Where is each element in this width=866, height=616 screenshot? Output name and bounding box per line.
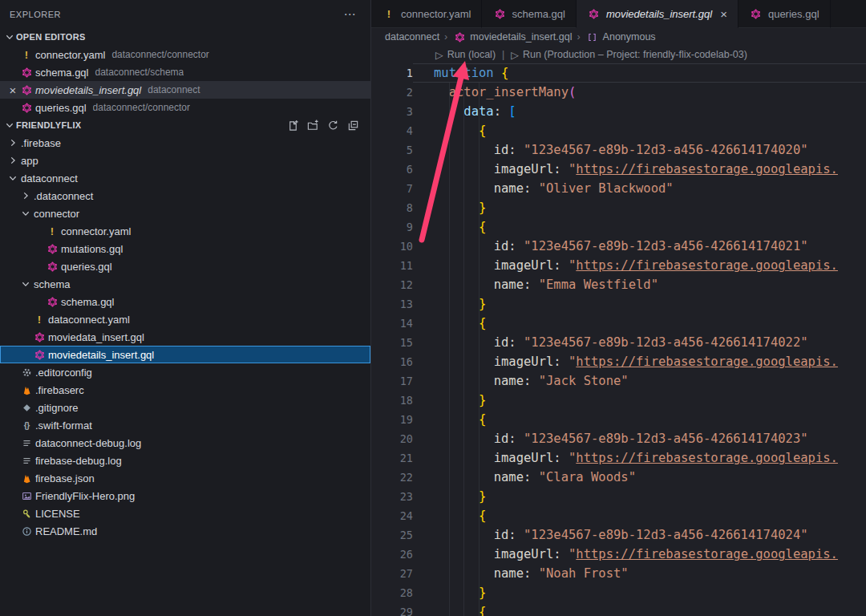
code-line-18[interactable]: 18 } — [371, 391, 866, 410]
folder-app[interactable]: app — [0, 152, 370, 169]
line-number: 1 — [371, 63, 413, 83]
code-line-26[interactable]: 26 imageUrl: "https://firebasestorage.go… — [371, 545, 866, 564]
code-line-22[interactable]: 22 name: "Clara Woods" — [371, 468, 866, 487]
new-folder-icon[interactable] — [306, 119, 319, 132]
tree-item-label: .firebase — [21, 137, 61, 149]
open-editor-label: schema.gql — [35, 67, 88, 79]
close-editor-icon[interactable]: × — [6, 84, 19, 96]
folder-connector[interactable]: connector — [0, 205, 370, 222]
file-.firebaserc[interactable]: .firebaserc — [0, 381, 370, 399]
open-editors-section-header[interactable]: OPEN EDITORS — [0, 28, 370, 46]
graphql-icon — [19, 103, 34, 113]
file-README.md[interactable]: README.md — [0, 522, 370, 540]
vscode-window: EXPLORER ⋯ OPEN EDITORS !connector.yamld… — [0, 0, 866, 616]
tree-item-label: connector — [34, 208, 79, 220]
code-line-10[interactable]: 10 id: "123e4567-e89b-12d3-a456-42661417… — [371, 237, 866, 256]
code-line-17[interactable]: 17 name: "Jack Stone" — [371, 371, 866, 391]
graphql-icon — [19, 85, 34, 95]
code-line-21[interactable]: 21 imageUrl: "https://firebasestorage.go… — [371, 448, 866, 468]
refresh-icon[interactable] — [326, 119, 339, 132]
code-line-11[interactable]: 11 imageUrl: "https://firebasestorage.go… — [371, 256, 866, 275]
folder-.dataconnect[interactable]: .dataconnect — [0, 187, 370, 205]
code-line-15[interactable]: 15 id: "123e4567-e89b-12d3-a456-42661417… — [371, 333, 866, 352]
code-line-8[interactable]: 8 } — [371, 198, 866, 217]
line-number: 16 — [371, 352, 413, 371]
collapse-all-icon[interactable] — [346, 119, 359, 132]
play-icon: ▷ — [511, 49, 519, 61]
tab-moviedetails_insert.gql[interactable]: moviedetails_insert.gql× — [577, 0, 739, 28]
line-content: data: [ — [413, 102, 866, 121]
line-content: actor_insertMany( — [413, 83, 866, 102]
tab-bar-filler — [831, 0, 866, 28]
code-line-25[interactable]: 25 id: "123e4567-e89b-12d3-a456-42661417… — [371, 525, 866, 545]
code-line-24[interactable]: 24 { — [371, 506, 866, 525]
file-schema.gql[interactable]: schema.gql — [0, 293, 370, 310]
open-editor-description: dataconnect/connector — [93, 102, 190, 113]
chevron-down-icon — [3, 119, 16, 132]
breadcrumb-item-moviedetails_insert.gql[interactable]: moviedetails_insert.gql — [452, 31, 572, 43]
tab-connector.yaml[interactable]: !connector.yaml — [371, 0, 482, 28]
folder-dataconnect[interactable]: dataconnect — [0, 169, 370, 187]
code-line-9[interactable]: 9 { — [371, 217, 866, 237]
folder-.firebase[interactable]: .firebase — [0, 134, 370, 152]
code-line-14[interactable]: 14 { — [371, 314, 866, 333]
code-line-3[interactable]: 3 data: [ — [371, 102, 866, 121]
line-content: mutation { — [413, 63, 866, 83]
file-.gitignore[interactable]: .gitignore — [0, 399, 370, 416]
file-.editorconfig[interactable]: .editorconfig — [0, 363, 370, 381]
new-file-icon[interactable] — [286, 119, 299, 132]
line-content: id: "123e4567-e89b-12d3-a456-42661417402… — [413, 525, 866, 545]
code-line-16[interactable]: 16 imageUrl: "https://firebasestorage.go… — [371, 352, 866, 371]
chevron-right-icon — [19, 189, 32, 202]
code-line-5[interactable]: 5 id: "123e4567-e89b-12d3-a456-426614174… — [371, 140, 866, 160]
file-dataconnect.yaml[interactable]: !dataconnect.yaml — [0, 310, 370, 328]
file-.swift-format[interactable]: {}.swift-format — [0, 416, 370, 434]
line-number: 27 — [371, 564, 413, 583]
code-line-29[interactable]: 29 { — [371, 602, 866, 616]
code-line-7[interactable]: 7 name: "Oliver Blackwood" — [371, 179, 866, 198]
line-number: 25 — [371, 525, 413, 545]
file-moviedata_insert.gql[interactable]: moviedata_insert.gql — [0, 328, 370, 346]
file-firebase.json[interactable]: firebase.json — [0, 469, 370, 487]
code-line-6[interactable]: 6 imageUrl: "https://firebasestorage.goo… — [371, 160, 866, 179]
run-production-link[interactable]: ▷Run (Production – Project: friendly-fli… — [511, 49, 747, 61]
workspace-section-header[interactable]: FRIENDLYFLIX — [0, 116, 370, 134]
file-FriendlyFlix-Hero.png[interactable]: FriendlyFlix-Hero.png — [0, 487, 370, 505]
code-line-2[interactable]: 2 actor_insertMany( — [371, 83, 866, 102]
file-moviedetails_insert.gql[interactable]: moviedetails_insert.gql — [0, 346, 370, 363]
code-line-28[interactable]: 28 } — [371, 583, 866, 602]
symbol-icon — [585, 32, 600, 43]
code-line-12[interactable]: 12 name: "Emma Westfield" — [371, 275, 866, 294]
code-line-19[interactable]: 19 { — [371, 410, 866, 429]
play-icon: ▷ — [435, 49, 443, 61]
folder-schema[interactable]: schema — [0, 275, 370, 293]
more-actions-icon[interactable]: ⋯ — [344, 7, 357, 22]
open-editor-item-connector.yaml[interactable]: !connector.yamldataconnect/connector — [0, 46, 370, 63]
tab-queries.gql[interactable]: queries.gql — [739, 0, 831, 28]
code-line-27[interactable]: 27 name: "Noah Frost" — [371, 564, 866, 583]
line-content: { — [413, 410, 866, 429]
breadcrumb-item-dataconnect[interactable]: dataconnect — [385, 31, 439, 43]
file-connector.yaml[interactable]: !connector.yaml — [0, 222, 370, 240]
tree-item-label: firebase.json — [35, 472, 95, 484]
code-editor[interactable]: 1mutation {2 actor_insertMany(3 data: [4… — [371, 63, 866, 616]
breadcrumb-item-Anonymous[interactable]: Anonymous — [585, 31, 656, 43]
file-dataconnect-debug.log[interactable]: dataconnect-debug.log — [0, 434, 370, 452]
code-line-13[interactable]: 13 } — [371, 294, 866, 314]
file-queries.gql[interactable]: queries.gql — [0, 257, 370, 275]
tab-schema.gql[interactable]: schema.gql — [482, 0, 576, 28]
code-line-20[interactable]: 20 id: "123e4567-e89b-12d3-a456-42661417… — [371, 429, 866, 448]
close-tab-icon[interactable]: × — [720, 8, 727, 20]
code-line-4[interactable]: 4 { — [371, 121, 866, 140]
code-line-1[interactable]: 1mutation { — [371, 63, 866, 83]
file-firebase-debug.log[interactable]: firebase-debug.log — [0, 452, 370, 469]
file-LICENSE[interactable]: LICENSE — [0, 505, 370, 522]
code-line-23[interactable]: 23 } — [371, 487, 866, 506]
file-mutations.gql[interactable]: mutations.gql — [0, 240, 370, 257]
line-content: imageUrl: "https://firebasestorage.googl… — [413, 160, 866, 179]
open-editor-item-moviedetails_insert.gql[interactable]: ×moviedetails_insert.gqldataconnect — [0, 81, 370, 99]
log-icon — [19, 438, 34, 448]
open-editor-item-schema.gql[interactable]: schema.gqldataconnect/schema — [0, 63, 370, 81]
run-local-link[interactable]: ▷Run (local) — [435, 49, 496, 61]
open-editor-item-queries.gql[interactable]: queries.gqldataconnect/connector — [0, 99, 370, 116]
